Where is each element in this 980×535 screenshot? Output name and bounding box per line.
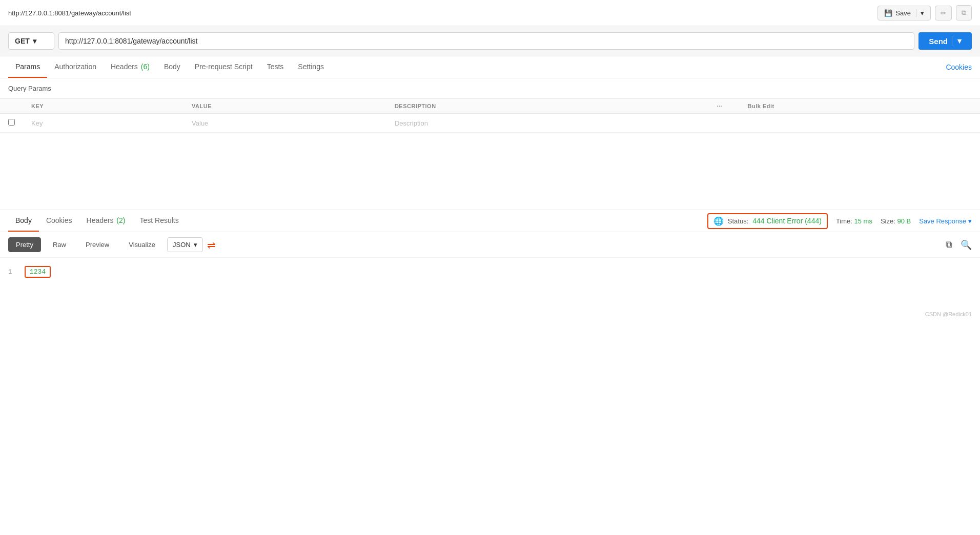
request-tabs: Params Authorization Headers (6) Body Pr… bbox=[0, 56, 980, 78]
edit-button[interactable]: ✏ bbox=[935, 6, 952, 20]
title-bar: http://127.0.0.1:8081/gateway/account/li… bbox=[0, 0, 980, 26]
clipboard-button[interactable]: ⧉ bbox=[956, 5, 972, 20]
watermark: CSDN @Redick01 bbox=[0, 309, 980, 319]
time-value: 15 ms bbox=[854, 217, 872, 225]
empty-space bbox=[0, 133, 980, 210]
code-highlighted-value: 1234 bbox=[25, 266, 51, 278]
size-label: Size: 90 B bbox=[881, 217, 911, 225]
url-input[interactable] bbox=[58, 32, 914, 50]
body-toolbar: Pretty Raw Preview Visualize JSON ▾ ⇌ ⧉ … bbox=[0, 232, 980, 258]
edit-icon: ✏ bbox=[941, 9, 946, 17]
row-checkbox-input[interactable] bbox=[8, 119, 15, 126]
row-key[interactable]: Key bbox=[23, 114, 183, 133]
response-tabs-row: Body Cookies Headers (2) Test Results 🌐 … bbox=[0, 210, 980, 232]
tab-headers[interactable]: Headers (6) bbox=[104, 56, 157, 78]
save-response-button[interactable]: Save Response ▾ bbox=[919, 217, 972, 225]
format-chevron-icon: ▾ bbox=[194, 241, 197, 249]
response-section: Body Cookies Headers (2) Test Results 🌐 … bbox=[0, 210, 980, 309]
table-row: Key Value Description bbox=[0, 114, 980, 133]
th-value: VALUE bbox=[183, 99, 386, 114]
status-value: 444 Client Error (444) bbox=[752, 217, 822, 225]
th-description: DESCRIPTION bbox=[386, 99, 709, 114]
method-chevron-icon: ▾ bbox=[33, 37, 36, 45]
search-icon[interactable]: 🔍 bbox=[961, 239, 972, 251]
tab-authorization[interactable]: Authorization bbox=[47, 56, 104, 78]
send-label: Send bbox=[929, 37, 948, 46]
raw-button[interactable]: Raw bbox=[45, 237, 74, 252]
globe-icon: 🌐 bbox=[713, 216, 724, 226]
method-select[interactable]: GET ▾ bbox=[8, 32, 54, 50]
row-description[interactable]: Description bbox=[386, 114, 709, 133]
code-line-1: 1 1234 bbox=[8, 266, 972, 278]
row-value[interactable]: Value bbox=[183, 114, 386, 133]
line-number-1: 1 bbox=[8, 269, 18, 276]
size-value: 90 B bbox=[897, 217, 911, 225]
query-params-label: Query Params bbox=[0, 78, 980, 98]
request-section: Query Params KEY VALUE DESCRIPTION ··· B… bbox=[0, 78, 980, 133]
response-tab-test-results[interactable]: Test Results bbox=[132, 210, 186, 232]
status-badge: 🌐 Status: 444 Client Error (444) bbox=[707, 213, 828, 229]
save-response-chevron-icon: ▾ bbox=[968, 217, 972, 225]
url-bar: GET ▾ Send ▾ bbox=[0, 26, 980, 56]
clipboard-icon: ⧉ bbox=[962, 9, 966, 16]
params-table: KEY VALUE DESCRIPTION ··· Bulk Edit Key … bbox=[0, 98, 980, 133]
method-label: GET bbox=[15, 37, 30, 45]
th-key: KEY bbox=[23, 99, 183, 114]
row-checkbox bbox=[0, 114, 23, 133]
tab-params[interactable]: Params bbox=[8, 56, 47, 78]
row-bulk bbox=[739, 114, 980, 133]
status-area: 🌐 Status: 444 Client Error (444) Time: 1… bbox=[707, 213, 972, 229]
format-select[interactable]: JSON ▾ bbox=[167, 237, 203, 252]
preview-button[interactable]: Preview bbox=[78, 237, 117, 252]
th-checkbox bbox=[0, 99, 23, 114]
th-bulk-edit: Bulk Edit bbox=[739, 99, 980, 114]
save-label: Save bbox=[895, 9, 911, 17]
title-bar-url: http://127.0.0.1:8081/gateway/account/li… bbox=[8, 9, 131, 17]
row-actions bbox=[708, 114, 739, 133]
tab-settings[interactable]: Settings bbox=[291, 56, 331, 78]
tab-tests[interactable]: Tests bbox=[260, 56, 291, 78]
copy-icon[interactable]: ⧉ bbox=[946, 239, 952, 250]
tab-pre-request-script[interactable]: Pre-request Script bbox=[188, 56, 260, 78]
th-actions: ··· bbox=[708, 99, 739, 114]
pretty-button[interactable]: Pretty bbox=[8, 237, 41, 252]
tab-body[interactable]: Body bbox=[157, 56, 188, 78]
save-button[interactable]: 💾 Save ▾ bbox=[877, 6, 931, 20]
time-label: Time: 15 ms bbox=[836, 217, 872, 225]
code-area: 1 1234 bbox=[0, 258, 980, 309]
code-value: 1234 bbox=[30, 268, 46, 276]
wrap-button[interactable]: ⇌ bbox=[207, 239, 216, 251]
send-chevron-icon: ▾ bbox=[952, 36, 962, 46]
cookies-link[interactable]: Cookies bbox=[946, 63, 972, 71]
status-prefix: Status: bbox=[728, 217, 748, 225]
save-icon: 💾 bbox=[884, 9, 892, 17]
save-chevron-icon: ▾ bbox=[916, 9, 924, 17]
send-button[interactable]: Send ▾ bbox=[918, 32, 972, 50]
response-tab-body[interactable]: Body bbox=[8, 210, 39, 232]
visualize-button[interactable]: Visualize bbox=[121, 237, 163, 252]
response-tab-headers[interactable]: Headers (2) bbox=[79, 210, 133, 232]
response-tab-cookies[interactable]: Cookies bbox=[39, 210, 79, 232]
title-bar-actions: 💾 Save ▾ ✏ ⧉ bbox=[877, 5, 972, 20]
